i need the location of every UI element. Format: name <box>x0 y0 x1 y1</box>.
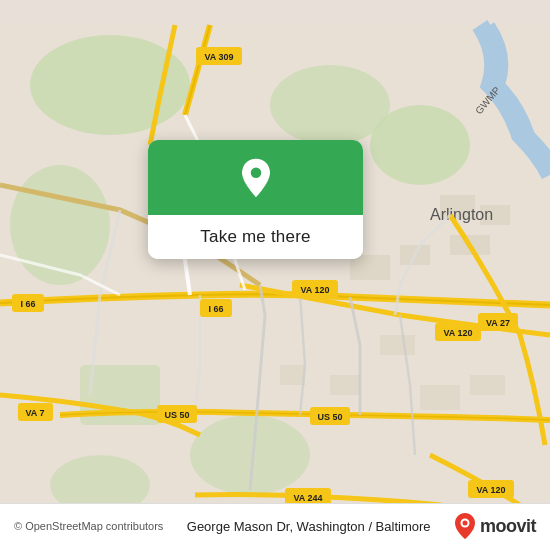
svg-point-3 <box>270 65 390 145</box>
svg-text:Arlington: Arlington <box>430 206 493 223</box>
svg-text:I 66: I 66 <box>20 299 35 309</box>
svg-text:VA 120: VA 120 <box>476 485 505 495</box>
popup-header <box>148 140 363 215</box>
take-me-there-button[interactable]: Take me there <box>148 215 363 259</box>
svg-rect-17 <box>280 365 305 385</box>
svg-text:VA 120: VA 120 <box>443 328 472 338</box>
svg-point-48 <box>250 167 261 178</box>
location-pin-icon <box>235 157 277 199</box>
svg-point-1 <box>30 35 190 135</box>
svg-rect-19 <box>470 375 505 395</box>
svg-text:VA 120: VA 120 <box>300 285 329 295</box>
svg-rect-18 <box>420 385 460 410</box>
osm-attribution: © OpenStreetMap contributors <box>14 520 163 532</box>
svg-point-2 <box>10 165 110 285</box>
svg-rect-15 <box>380 335 415 355</box>
svg-text:US 50: US 50 <box>317 412 342 422</box>
bottom-bar: © OpenStreetMap contributors George Maso… <box>0 503 550 550</box>
svg-text:VA 244: VA 244 <box>293 493 322 503</box>
moovit-pin-icon <box>454 512 476 540</box>
svg-point-50 <box>462 521 467 526</box>
moovit-logo: moovit <box>454 512 536 540</box>
location-name: George Mason Dr, Washington / Baltimore <box>163 519 454 534</box>
svg-point-4 <box>370 105 470 185</box>
svg-rect-16 <box>330 375 360 395</box>
svg-text:I 66: I 66 <box>208 304 223 314</box>
popup-card: Take me there <box>148 140 363 259</box>
svg-text:VA 7: VA 7 <box>25 408 44 418</box>
svg-text:VA 309: VA 309 <box>204 52 233 62</box>
map-svg: Arlington <box>0 0 550 550</box>
svg-text:VA 27: VA 27 <box>486 318 510 328</box>
svg-rect-10 <box>350 255 390 280</box>
moovit-brand-text: moovit <box>480 516 536 537</box>
map-container: Arlington <box>0 0 550 550</box>
svg-text:US 50: US 50 <box>164 410 189 420</box>
